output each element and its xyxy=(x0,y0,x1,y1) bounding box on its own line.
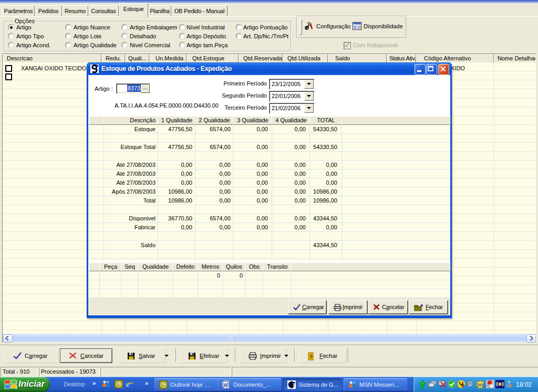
svg-text:W: W xyxy=(223,382,228,387)
svg-text:SGS: SGS xyxy=(478,383,485,387)
